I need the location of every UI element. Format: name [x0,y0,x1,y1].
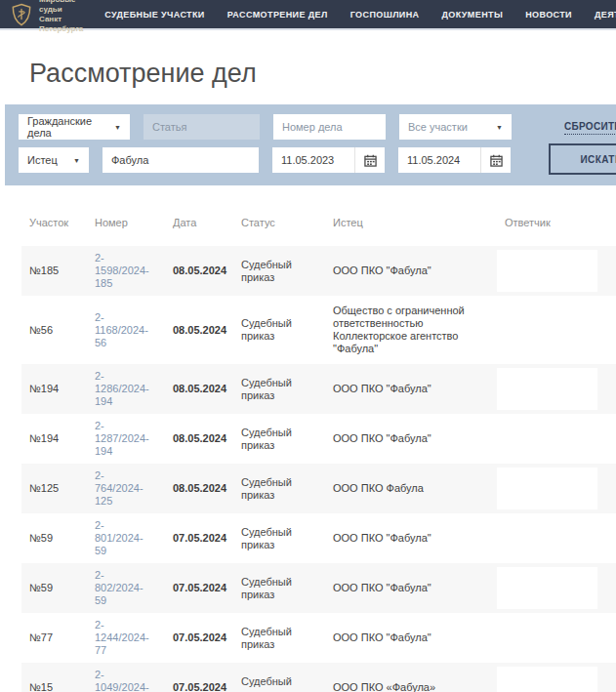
table-header: Участок Номер Дата Статус Истец Ответчик [21,213,616,246]
number-cell: 2-1286/2024-194 [87,364,165,414]
number-cell: 2-802/2024-59 [87,563,165,613]
filter-panel: Гражданские дела ▼ Все участки ▼ Истец ▼ [5,104,616,185]
date-to-input[interactable] [398,147,480,173]
table-row: №15 2-1049/2024-15 07.05.2024 Судебный п… [21,663,616,692]
date-cell: 08.05.2024 [165,259,233,283]
party-role-select[interactable]: Истец ▼ [19,147,89,173]
case-number-link[interactable]: 2-1287/2024-194 [95,420,149,458]
header: Мировые судьи Санкт Петербурга СУДЕБНЫЕ … [0,0,616,30]
plaintiff-cell: ООО ПКО "Фабула" [325,526,497,550]
date-cell: 07.05.2024 [165,576,233,600]
case-number-link[interactable]: 2-1286/2024-194 [95,370,149,408]
redaction-box [497,300,597,360]
plaintiff-cell: ООО ПКО "Фабула" [325,259,497,283]
district-cell: №59 [21,526,87,550]
plaintiff-cell: ООО ПКО Фабула [325,476,497,501]
district-cell: №194 [21,377,87,401]
respondent-cell [497,296,616,364]
table-row: №77 2-1244/2024-77 07.05.2024 Судебный п… [21,613,616,663]
redaction-box [497,250,597,292]
district-cell: №59 [21,576,87,600]
respondent-cell [497,464,616,513]
case-number-input[interactable] [273,114,386,140]
col-header-number: Номер [87,213,165,246]
table-body: №185 2-1598/2024-185 08.05.2024 Судебный… [21,246,616,692]
table-row: №59 2-801/2024-59 07.05.2024 Судебный пр… [21,513,616,563]
redaction-box [497,517,597,559]
date-cell: 08.05.2024 [165,318,233,343]
status-cell: Судебный приказ [233,570,325,607]
status-cell: Судебный приказ [233,421,325,458]
status-cell: Судебный приказ [233,470,325,508]
date-cell: 07.05.2024 [165,526,233,550]
nav-item-case-review[interactable]: РАССМОТРЕНИЕ ДЕЛ [227,10,328,20]
party-name-field [103,147,259,173]
number-cell: 2-801/2024-59 [87,513,165,563]
site-logo[interactable] [11,3,32,26]
redaction-box [497,567,597,609]
respondent-cell [497,663,616,692]
case-type-select[interactable]: Гражданские дела ▼ [19,114,130,140]
status-cell: Судебный приказ [233,670,325,692]
search-button[interactable]: ИСКАТЬ [549,143,616,175]
case-number-link[interactable]: 2-764/2024-125 [95,469,149,508]
case-number-link[interactable]: 2-1049/2024-15 [95,669,149,692]
date-cell: 07.05.2024 [165,675,233,692]
party-role-value: Истец [27,154,58,166]
party-name-input[interactable] [103,147,259,173]
district-cell: №15 [21,675,87,692]
case-number-link[interactable]: 2-802/2024-59 [95,569,149,607]
case-number-link[interactable]: 2-1168/2024-56 [95,311,149,349]
date-from-field [272,147,385,173]
col-header-respondent: Ответчик [497,213,616,246]
plaintiff-cell: ООО ПКО "Фабула" [325,427,497,451]
case-number-link[interactable]: 2-801/2024-59 [95,519,149,557]
number-cell: 2-1244/2024-77 [87,613,165,663]
district-select[interactable]: Все участки ▼ [399,114,512,140]
status-cell: Судебный приказ [233,620,325,657]
article-field [144,114,260,140]
date-from-input[interactable] [272,147,354,173]
nav-item-activity[interactable]: ДЕЯТЕЛЬНОСТЬ [595,10,616,20]
district-cell: №194 [21,427,87,451]
table-row: №59 2-802/2024-59 07.05.2024 Судебный пр… [21,563,616,613]
main-nav: СУДЕБНЫЕ УЧАСТКИ РАССМОТРЕНИЕ ДЕЛ ГОСПОШ… [104,10,616,20]
cases-table: Участок Номер Дата Статус Истец Ответчик… [21,213,616,692]
nav-item-court-districts[interactable]: СУДЕБНЫЕ УЧАСТКИ [104,10,205,20]
case-number-link[interactable]: 2-1244/2024-77 [95,619,149,657]
respondent-cell [497,513,616,563]
nav-item-documents[interactable]: ДОКУМЕНТЫ [442,10,504,20]
redaction-box [497,418,597,460]
date-cell: 08.05.2024 [165,377,233,401]
table-row: №56 2-1168/2024-56 08.05.2024 Судебный п… [21,296,616,364]
plaintiff-cell: ООО ПКО "Фабула" [325,626,497,650]
case-number-link[interactable]: 2-1598/2024-185 [95,252,149,290]
nav-item-news[interactable]: НОВОСТИ [525,10,572,20]
nav-item-state-duty[interactable]: ГОСПОШЛИНА [350,10,420,20]
plaintiff-cell: ООО ПКО "Фабула" [325,377,497,401]
table-row: №194 2-1287/2024-194 08.05.2024 Судебный… [21,414,616,464]
case-number-field [273,114,386,140]
col-header-date: Дата [165,213,233,246]
respondent-cell [497,613,616,663]
calendar-icon[interactable] [480,147,511,173]
number-cell: 2-1168/2024-56 [87,305,165,355]
date-cell: 08.05.2024 [165,427,233,451]
status-cell: Судебный приказ [233,311,325,348]
district-cell: №56 [21,318,87,343]
calendar-icon[interactable] [354,147,385,173]
brand-text[interactable]: Мировые судьи Санкт Петербурга [39,0,83,34]
number-cell: 2-764/2024-125 [87,464,165,513]
reset-filters-link[interactable]: СБРОСИТЬ ФИЛЬТРЫ [564,121,616,135]
article-input [144,114,260,140]
status-cell: Судебный приказ [233,520,325,557]
logo-shield-icon [11,3,32,26]
plaintiff-cell: Общество с ограниченной ответственностью… [325,299,497,361]
redaction-box [497,368,597,410]
number-cell: 2-1598/2024-185 [87,246,165,296]
respondent-cell [497,246,616,296]
district-cell: №185 [21,259,87,283]
district-cell: №77 [21,626,87,650]
redaction-box [497,468,597,509]
date-to-field [398,147,511,173]
